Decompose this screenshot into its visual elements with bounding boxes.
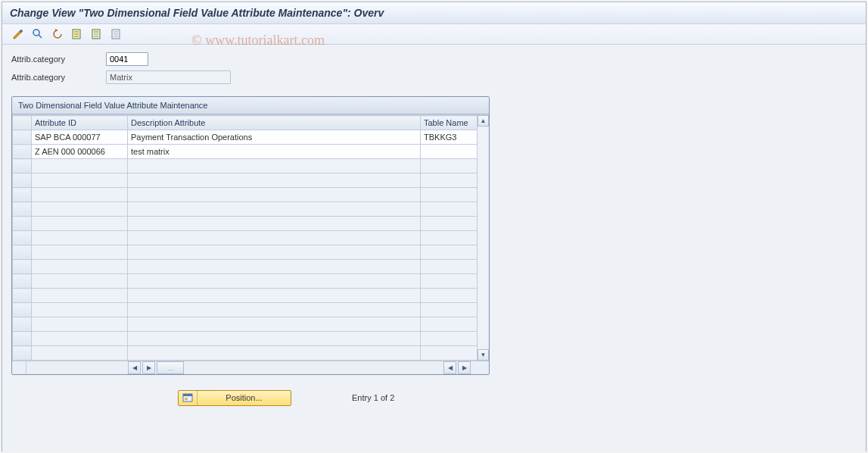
select-block-button[interactable] — [89, 26, 105, 42]
row-selector[interactable] — [13, 188, 32, 202]
cell-description[interactable] — [128, 231, 421, 245]
cell-table-name[interactable] — [421, 346, 478, 361]
cell-table-name[interactable] — [421, 231, 478, 245]
table-row-empty[interactable] — [13, 188, 478, 202]
cell-description[interactable] — [128, 289, 421, 303]
cell-attribute-id[interactable] — [32, 173, 128, 188]
row-selector[interactable] — [13, 303, 32, 317]
row-selector[interactable] — [13, 173, 32, 188]
hscroll-left-button[interactable]: ◀ — [128, 361, 141, 374]
select-all-header[interactable] — [13, 116, 32, 130]
cell-attribute-id[interactable] — [32, 303, 128, 317]
cell-attribute-id[interactable] — [32, 289, 128, 303]
table-row[interactable]: SAP BCA 000077Payment Transaction Operat… — [13, 130, 478, 145]
cell-table-name[interactable] — [421, 260, 478, 274]
hscroll-left2-button[interactable]: ◀ — [443, 361, 456, 374]
table-row-empty[interactable] — [13, 202, 478, 217]
cell-description[interactable] — [128, 274, 421, 289]
cell-table-name[interactable] — [421, 202, 478, 217]
table-row[interactable]: Z AEN 000 000066test matrix — [13, 145, 478, 159]
cell-description[interactable] — [128, 202, 421, 217]
table-row-empty[interactable] — [13, 332, 478, 346]
position-button[interactable]: Position... — [178, 390, 291, 406]
table-row-empty[interactable] — [13, 245, 478, 260]
cell-table-name[interactable]: TBKKG3 — [421, 130, 478, 145]
cell-description[interactable] — [128, 332, 421, 346]
undo-button[interactable] — [49, 26, 66, 42]
row-selector[interactable] — [13, 202, 32, 217]
attrib-category-code-input[interactable] — [106, 52, 148, 66]
cell-attribute-id[interactable] — [32, 217, 128, 231]
row-selector[interactable] — [13, 260, 32, 274]
row-selector[interactable] — [13, 274, 32, 289]
cell-table-name[interactable] — [421, 245, 478, 260]
table-row-empty[interactable] — [13, 173, 478, 188]
col-header-description[interactable]: Description Attribute — [128, 116, 421, 130]
row-selector[interactable] — [13, 231, 32, 245]
row-selector[interactable] — [13, 145, 32, 159]
table-row-empty[interactable] — [13, 274, 478, 289]
table-row-empty[interactable] — [13, 260, 478, 274]
cell-attribute-id[interactable]: SAP BCA 000077 — [32, 130, 128, 145]
cell-description[interactable] — [128, 346, 421, 361]
hscroll-right-button[interactable]: ▶ — [142, 361, 155, 374]
cell-description[interactable] — [128, 188, 421, 202]
table-row-empty[interactable] — [13, 346, 478, 361]
scroll-track[interactable] — [478, 127, 489, 349]
toggle-display-change-button[interactable] — [10, 26, 26, 42]
row-selector[interactable] — [13, 332, 32, 346]
cell-description[interactable] — [128, 260, 421, 274]
cell-attribute-id[interactable] — [32, 188, 128, 202]
cell-description[interactable] — [128, 217, 421, 231]
row-selector[interactable] — [13, 159, 32, 173]
cell-table-name[interactable] — [421, 274, 478, 289]
cell-attribute-id[interactable] — [32, 159, 128, 173]
cell-attribute-id[interactable] — [32, 346, 128, 361]
cell-attribute-id[interactable] — [32, 202, 128, 217]
col-header-attribute-id[interactable]: Attribute ID — [32, 116, 128, 130]
table-row-empty[interactable] — [13, 303, 478, 317]
row-selector[interactable] — [13, 217, 32, 231]
select-all-button[interactable] — [69, 26, 86, 42]
cell-description[interactable] — [128, 317, 421, 332]
cell-table-name[interactable] — [421, 217, 478, 231]
cell-table-name[interactable] — [421, 317, 478, 332]
other-entry-button[interactable] — [30, 26, 46, 42]
cell-attribute-id[interactable] — [32, 260, 128, 274]
vertical-scrollbar[interactable]: ▲ ▼ — [477, 115, 489, 361]
row-selector[interactable] — [13, 245, 32, 260]
col-header-table-name[interactable]: Table Name — [421, 116, 478, 130]
cell-table-name[interactable] — [421, 289, 478, 303]
cell-attribute-id[interactable] — [32, 317, 128, 332]
cell-description[interactable] — [128, 303, 421, 317]
cell-table-name[interactable] — [421, 145, 478, 159]
row-selector[interactable] — [13, 346, 32, 361]
cell-attribute-id[interactable]: Z AEN 000 000066 — [32, 145, 128, 159]
table-row-empty[interactable] — [13, 217, 478, 231]
hscroll-right2-button[interactable]: ▶ — [458, 361, 471, 374]
cell-description[interactable] — [128, 245, 421, 260]
scroll-down-button[interactable]: ▼ — [478, 349, 489, 361]
cell-description[interactable] — [128, 173, 421, 188]
row-selector[interactable] — [13, 289, 32, 303]
row-selector[interactable] — [13, 317, 32, 332]
cell-table-name[interactable] — [421, 188, 478, 202]
cell-table-name[interactable] — [421, 303, 478, 317]
hscroll-thumb[interactable]: … — [157, 361, 184, 374]
cell-attribute-id[interactable] — [32, 274, 128, 289]
scroll-up-button[interactable]: ▲ — [478, 115, 489, 127]
table-row-empty[interactable] — [13, 289, 478, 303]
cell-attribute-id[interactable] — [32, 245, 128, 260]
cell-description[interactable] — [128, 159, 421, 173]
deselect-all-button[interactable] — [108, 26, 125, 42]
cell-description[interactable]: Payment Transaction Operations — [128, 130, 421, 145]
cell-table-name[interactable] — [421, 173, 478, 188]
cell-table-name[interactable] — [421, 159, 478, 173]
row-selector[interactable] — [13, 130, 32, 145]
table-row-empty[interactable] — [13, 317, 478, 332]
table-row-empty[interactable] — [13, 231, 478, 245]
cell-table-name[interactable] — [421, 332, 478, 346]
cell-description[interactable]: test matrix — [128, 145, 421, 159]
cell-attribute-id[interactable] — [32, 231, 128, 245]
table-row-empty[interactable] — [13, 159, 478, 173]
